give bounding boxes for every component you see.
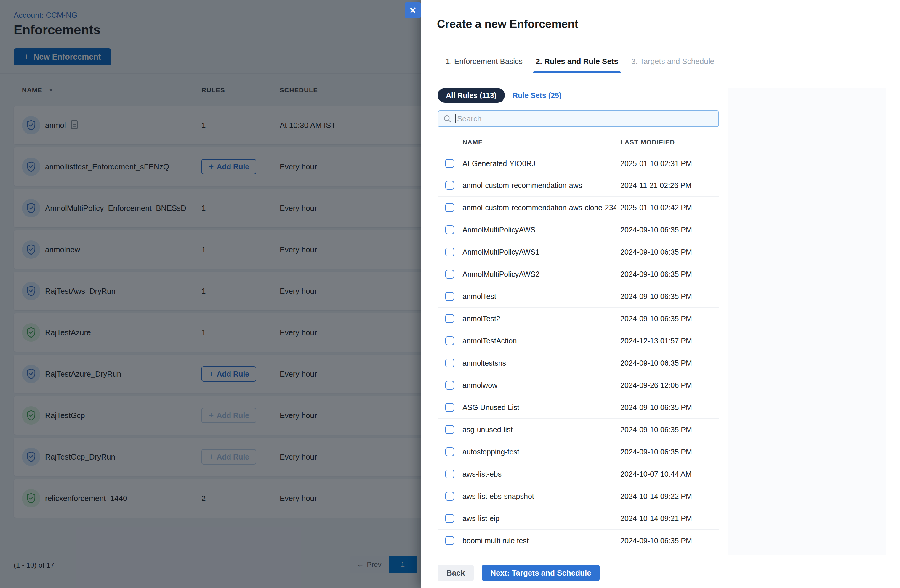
tab-targets-and-schedule[interactable]: 3. Targets and Schedule <box>631 50 714 73</box>
rule-name: anmolTest2 <box>462 314 500 323</box>
rule-list-item[interactable]: anmoltestsns2024-09-10 06:35 PM <box>438 352 719 374</box>
rule-checkbox[interactable] <box>445 514 454 523</box>
drawer-title: Create a new Enforcement <box>437 18 578 31</box>
rule-last-modified: 2025-01-10 02:31 PM <box>620 159 692 168</box>
rule-checkbox[interactable] <box>445 447 454 456</box>
rule-checkbox[interactable] <box>445 425 454 434</box>
rule-name: aws-list-ebs-snapshot <box>462 492 534 501</box>
rules-list-header: NAME LAST MODIFIED <box>438 139 719 147</box>
rule-list-item[interactable]: anmolTest2024-09-10 06:35 PM <box>438 285 719 308</box>
rule-checkbox[interactable] <box>445 359 454 367</box>
rule-list-item[interactable]: anmolwow2024-09-26 12:06 PM <box>438 374 719 396</box>
rule-list-item[interactable]: AI-Generated-YIO0RJ2025-01-10 02:31 PM <box>438 152 719 174</box>
rule-list-item[interactable]: anmol-custom-recommendation-aws-clone-23… <box>438 197 719 219</box>
all-rules-toggle[interactable]: All Rules (113) <box>438 88 505 103</box>
rule-last-modified: 2024-09-10 06:35 PM <box>620 426 692 434</box>
next-button[interactable]: Next: Targets and Schedule <box>482 565 600 581</box>
rule-last-modified: 2024-10-07 10:44 AM <box>620 470 691 478</box>
wizard-tabs: 1. Enforcement Basics 2. Rules and Rule … <box>421 50 900 73</box>
rule-checkbox[interactable] <box>445 248 454 256</box>
rule-name: anmolTestAction <box>462 337 517 345</box>
rule-list-item[interactable]: anmolTest22024-09-10 06:35 PM <box>438 308 719 330</box>
rule-name: anmolwow <box>462 381 497 390</box>
rule-name: ASG Unused List <box>462 403 519 412</box>
rule-last-modified: 2024-09-10 06:35 PM <box>620 270 692 279</box>
rule-last-modified: 2024-09-10 06:35 PM <box>620 248 692 256</box>
rule-checkbox[interactable] <box>445 381 454 390</box>
rule-last-modified: 2024-10-14 09:21 PM <box>620 514 692 523</box>
rule-checkbox[interactable] <box>445 314 454 323</box>
rule-last-modified: 2024-09-10 06:35 PM <box>620 448 692 456</box>
rule-name: anmol-custom-recommendation-aws <box>462 181 582 190</box>
rule-name: aws-list-ebs <box>462 470 501 478</box>
rule-list-item[interactable]: aws-list-eip2024-10-14 09:21 PM <box>438 508 719 530</box>
rules-column-modified: LAST MODIFIED <box>620 139 675 146</box>
rule-list-item[interactable]: aws-list-ebs-snapshot2024-10-14 09:22 PM <box>438 485 719 508</box>
screen: Account: CCM-NG Enforcements + New Enfor… <box>0 0 900 588</box>
rule-last-modified: 2024-09-10 06:35 PM <box>620 226 692 234</box>
rule-list-item[interactable]: boomi multi rule test2024-09-10 06:35 PM <box>438 530 719 552</box>
rule-last-modified: 2024-12-13 01:57 PM <box>620 337 692 345</box>
rule-checkbox[interactable] <box>445 203 454 212</box>
search-icon <box>443 114 452 123</box>
rule-preview-panel <box>728 88 886 555</box>
rule-checkbox[interactable] <box>445 292 454 301</box>
rule-list-item[interactable]: AnmolMultiPolicyAWS12024-09-10 06:35 PM <box>438 241 719 263</box>
rule-list-item[interactable]: ASG Unused List2024-09-10 06:35 PM <box>438 396 719 419</box>
rule-list-item[interactable]: AnmolMultiPolicyAWS22024-09-10 06:35 PM <box>438 263 719 285</box>
create-enforcement-drawer: × Create a new Enforcement 1. Enforcemen… <box>421 0 900 588</box>
rule-name: AI-Generated-YIO0RJ <box>462 159 535 168</box>
rule-name: autostopping-test <box>462 448 519 456</box>
rule-checkbox[interactable] <box>445 536 454 545</box>
rule-sets-toggle[interactable]: Rule Sets (25) <box>512 91 562 100</box>
rule-name: asg-unused-list <box>462 426 513 434</box>
rules-list: AI-Generated-YIO0RJ2025-01-10 02:31 PMan… <box>438 152 719 552</box>
search-input[interactable] <box>457 114 714 124</box>
rules-toggle: All Rules (113) Rule Sets (25) <box>438 88 562 103</box>
rules-search <box>438 110 719 127</box>
close-icon[interactable]: × <box>405 2 421 18</box>
back-button[interactable]: Back <box>438 565 474 581</box>
rule-name: boomi multi rule test <box>462 537 529 545</box>
tab-rules-and-rule-sets[interactable]: 2. Rules and Rule Sets <box>535 50 618 73</box>
rule-checkbox[interactable] <box>445 470 454 478</box>
tab-enforcement-basics[interactable]: 1. Enforcement Basics <box>445 50 523 73</box>
rule-checkbox[interactable] <box>445 181 454 190</box>
rule-last-modified: 2024-09-10 06:35 PM <box>620 292 692 301</box>
rule-list-item[interactable]: AnmolMultiPolicyAWS2024-09-10 06:35 PM <box>438 219 719 241</box>
rules-column-name: NAME <box>462 139 483 146</box>
rule-name: anmolTest <box>462 292 496 301</box>
rule-list-item[interactable]: anmol-custom-recommendation-aws2024-11-2… <box>438 174 719 197</box>
rule-checkbox[interactable] <box>445 225 454 234</box>
rule-last-modified: 2024-09-26 12:06 PM <box>620 381 692 390</box>
rule-checkbox[interactable] <box>445 159 454 168</box>
text-caret <box>455 114 456 123</box>
rule-name: AnmolMultiPolicyAWS2 <box>462 270 540 279</box>
rule-checkbox[interactable] <box>445 270 454 279</box>
rule-checkbox[interactable] <box>445 492 454 501</box>
rule-list-item[interactable]: anmolTestAction2024-12-13 01:57 PM <box>438 330 719 352</box>
rule-last-modified: 2024-10-14 09:22 PM <box>620 492 692 501</box>
rule-last-modified: 2024-11-21 02:26 PM <box>620 181 691 190</box>
rule-last-modified: 2024-09-10 06:35 PM <box>620 314 692 323</box>
rule-name: anmol-custom-recommendation-aws-clone-23… <box>462 203 616 212</box>
rule-last-modified: 2024-09-10 06:35 PM <box>620 359 692 367</box>
rule-list-item[interactable]: aws-list-ebs2024-10-07 10:44 AM <box>438 463 719 485</box>
rule-checkbox[interactable] <box>445 336 454 345</box>
rule-list-item[interactable]: autostopping-test2024-09-10 06:35 PM <box>438 441 719 463</box>
rule-last-modified: 2024-09-10 06:35 PM <box>620 537 692 545</box>
rule-name: AnmolMultiPolicyAWS1 <box>462 248 540 256</box>
drawer-footer: Back Next: Targets and Schedule <box>438 565 600 581</box>
rule-last-modified: 2025-01-10 02:42 PM <box>620 203 692 212</box>
rule-list-item[interactable]: asg-unused-list2024-09-10 06:35 PM <box>438 419 719 441</box>
rule-name: aws-list-eip <box>462 514 500 523</box>
rule-checkbox[interactable] <box>445 403 454 412</box>
rule-last-modified: 2024-09-10 06:35 PM <box>620 403 692 412</box>
rule-name: anmoltestsns <box>462 359 506 367</box>
rule-name: AnmolMultiPolicyAWS <box>462 226 535 234</box>
